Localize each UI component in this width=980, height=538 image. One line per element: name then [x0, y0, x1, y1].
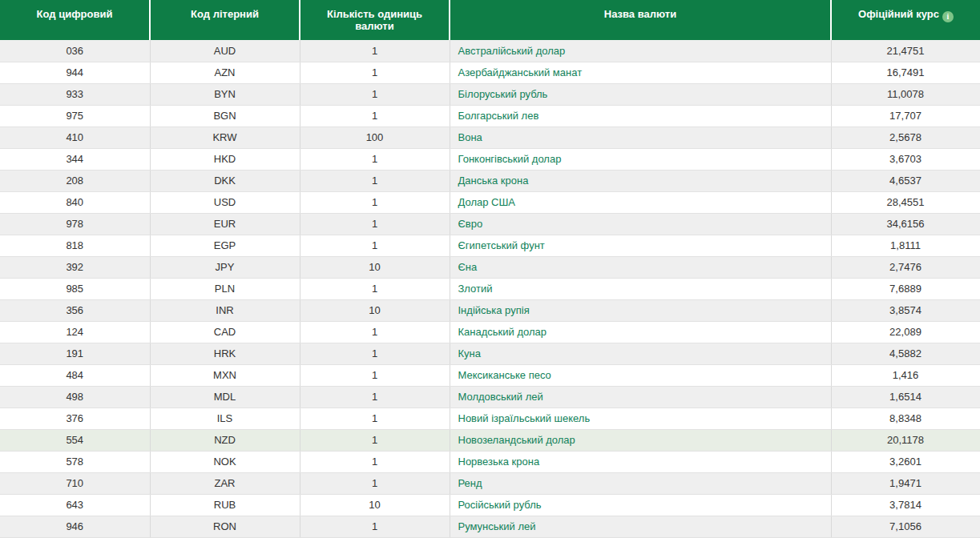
currency-name-cell: Вона: [450, 126, 831, 148]
letter-code-cell: HKD: [150, 148, 300, 170]
units-cell: 1: [300, 148, 450, 170]
numeric-code-cell: 484: [0, 364, 150, 386]
official-rate-cell: 11,0078: [831, 83, 980, 105]
official-rate-cell: 20,1178: [831, 429, 980, 451]
currency-name-cell: Румунський лей: [450, 516, 831, 537]
units-cell: 100: [300, 126, 450, 148]
official-rate-cell: 3,8574: [831, 299, 980, 321]
letter-code-cell: MXN: [150, 364, 300, 386]
table-row: 818 EGP 1 Єгипетський фунт 1,8111: [0, 235, 980, 256]
official-rate-cell: 1,9471: [831, 472, 980, 494]
numeric-code-cell: 498: [0, 386, 150, 408]
currency-name-link[interactable]: Азербайджанський манат: [458, 66, 583, 78]
table-row: 356 INR 10 Індійська рупія 3,8574: [0, 299, 980, 321]
currency-name-cell: Злотий: [450, 278, 831, 299]
official-rate-cell: 28,4551: [831, 191, 980, 213]
numeric-code-cell: 578: [0, 451, 150, 472]
units-cell: 10: [300, 299, 450, 321]
official-rate-cell: 2,7476: [831, 256, 980, 278]
units-cell: 1: [300, 170, 450, 191]
units-cell: 1: [300, 213, 450, 235]
currency-name-link[interactable]: Євро: [458, 218, 483, 230]
currency-name-link[interactable]: Румунський лей: [458, 520, 536, 532]
letter-code-cell: ILS: [150, 408, 300, 429]
units-cell: 1: [300, 429, 450, 451]
currency-rates-table: Код цифровий Код літерний Кількість один…: [0, 0, 980, 538]
table-row: 208 DKK 1 Данська крона 4,6537: [0, 170, 980, 191]
official-rate-cell: 1,416: [831, 364, 980, 386]
table-row: 191 HRK 1 Куна 4,5882: [0, 343, 980, 364]
currency-name-link[interactable]: Вона: [458, 131, 482, 143]
official-rate-label: Офіційний курс: [858, 8, 939, 20]
currency-name-link[interactable]: Єна: [458, 261, 478, 273]
letter-code-cell: NZD: [150, 429, 300, 451]
currency-name-link[interactable]: Данська крона: [458, 175, 529, 187]
currency-name-cell: Долар США: [450, 191, 831, 213]
units-cell: 10: [300, 256, 450, 278]
currency-name-link[interactable]: Білоруський рубль: [458, 88, 548, 100]
letter-code-cell: RON: [150, 516, 300, 537]
currency-name-cell: Куна: [450, 343, 831, 364]
official-rate-cell: 4,6537: [831, 170, 980, 191]
table-row: 975 BGN 1 Болгарський лев 17,707: [0, 105, 980, 126]
units-cell: 1: [300, 321, 450, 343]
numeric-code-cell: 410: [0, 126, 150, 148]
currency-name-cell: Гонконгівський долар: [450, 148, 831, 170]
currency-name-link[interactable]: Мексиканське песо: [458, 369, 551, 381]
official-rate-cell: 4,5882: [831, 343, 980, 364]
column-header-units: Кількість одиниць валюти: [300, 0, 450, 40]
units-cell: 1: [300, 235, 450, 256]
letter-code-cell: ZAR: [150, 472, 300, 494]
numeric-code-cell: 554: [0, 429, 150, 451]
letter-code-cell: DKK: [150, 170, 300, 191]
numeric-code-cell: 643: [0, 494, 150, 516]
letter-code-cell: BGN: [150, 105, 300, 126]
column-header-official-rate: Офіційний курсi: [831, 0, 980, 40]
currency-name-cell: Російський рубль: [450, 494, 831, 516]
numeric-code-cell: 191: [0, 343, 150, 364]
currency-name-link[interactable]: Норвезька крона: [458, 456, 540, 468]
currency-name-link[interactable]: Новозеландський долар: [458, 434, 575, 446]
currency-name-cell: Мексиканське песо: [450, 364, 831, 386]
currency-name-link[interactable]: Новий ізраїльський шекель: [458, 412, 591, 424]
currency-name-cell: Ренд: [450, 472, 831, 494]
table-header: Код цифровий Код літерний Кількість один…: [0, 0, 980, 40]
currency-name-link[interactable]: Злотий: [458, 283, 493, 295]
letter-code-cell: EUR: [150, 213, 300, 235]
currency-name-link[interactable]: Російський рубль: [458, 499, 542, 511]
currency-name-link[interactable]: Єгипетський фунт: [458, 239, 545, 251]
currency-name-link[interactable]: Канадський долар: [458, 326, 546, 338]
currency-name-link[interactable]: Молдовський лей: [458, 391, 543, 403]
official-rate-cell: 7,6889: [831, 278, 980, 299]
table-row: 124 CAD 1 Канадський долар 22,089: [0, 321, 980, 343]
table-row: 643 RUB 10 Російський рубль 3,7814: [0, 494, 980, 516]
table-row: 392 JPY 10 Єна 2,7476: [0, 256, 980, 278]
currency-name-link[interactable]: Долар США: [458, 196, 516, 208]
currency-name-link[interactable]: Австралійський долар: [458, 45, 566, 57]
currency-name-link[interactable]: Ренд: [458, 477, 482, 489]
table-row: 978 EUR 1 Євро 34,6156: [0, 213, 980, 235]
numeric-code-cell: 392: [0, 256, 150, 278]
currency-name-link[interactable]: Індійська рупія: [458, 304, 530, 316]
table-row: 946 RON 1 Румунський лей 7,1056: [0, 516, 980, 537]
units-cell: 1: [300, 472, 450, 494]
table-row: 933 BYN 1 Білоруський рубль 11,0078: [0, 83, 980, 105]
table-row: 036 AUD 1 Австралійський долар 21,4751: [0, 40, 980, 62]
units-cell: 1: [300, 364, 450, 386]
numeric-code-cell: 978: [0, 213, 150, 235]
official-rate-cell: 22,089: [831, 321, 980, 343]
currency-name-link[interactable]: Гонконгівський долар: [458, 153, 562, 165]
official-rate-cell: 34,6156: [831, 213, 980, 235]
currency-name-link[interactable]: Болгарський лев: [458, 110, 539, 122]
official-rate-cell: 8,8348: [831, 408, 980, 429]
letter-code-cell: AZN: [150, 62, 300, 83]
numeric-code-cell: 985: [0, 278, 150, 299]
units-cell: 1: [300, 278, 450, 299]
currency-name-link[interactable]: Куна: [458, 347, 481, 359]
info-icon[interactable]: i: [942, 11, 954, 22]
units-cell: 1: [300, 408, 450, 429]
currency-name-cell: Індійська рупія: [450, 299, 831, 321]
official-rate-cell: 1,6514: [831, 386, 980, 408]
letter-code-cell: EGP: [150, 235, 300, 256]
units-cell: 1: [300, 386, 450, 408]
